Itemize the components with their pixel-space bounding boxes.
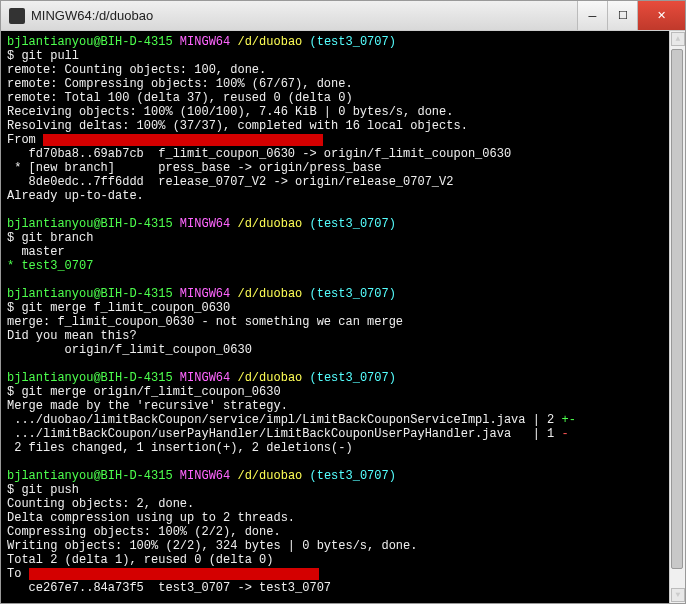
blank-line [7, 455, 679, 469]
output-line: Merge made by the 'recursive' strategy. [7, 399, 679, 413]
output-line: Did you mean this? [7, 329, 679, 343]
diff-line: .../duobao/limitBackCoupon/service/impl/… [7, 413, 679, 427]
output-line: remote: Total 100 (delta 37), reused 0 (… [7, 91, 679, 105]
prompt-line: bjlantianyou@BIH-D-4315 MINGW64 /d/duoba… [7, 35, 679, 49]
blank-line [7, 203, 679, 217]
blank-line [7, 273, 679, 287]
command-line: $ git merge f_limit_coupon_0630 [7, 301, 679, 315]
output-line: Resolving deltas: 100% (37/37), complete… [7, 119, 679, 133]
ref-line: 8de0edc..7ff6ddd release_0707_V2 -> orig… [7, 175, 679, 189]
prompt-line: bjlantianyou@BIH-D-4315 MINGW64 /d/duoba… [7, 287, 679, 301]
output-line: Writing objects: 100% (2/2), 324 bytes |… [7, 539, 679, 553]
ref-line: fd70ba8..69ab7cb f_limit_coupon_0630 -> … [7, 147, 679, 161]
minimize-button[interactable]: ─ [577, 1, 607, 30]
prompt-line: bjlantianyou@BIH-D-4315 MINGW64 /d/duoba… [7, 371, 679, 385]
output-line: remote: Counting objects: 100, done. [7, 63, 679, 77]
branch-line: master [7, 245, 679, 259]
output-line: Already up-to-date. [7, 189, 679, 203]
output-line: origin/f_limit_coupon_0630 [7, 343, 679, 357]
output-line: 2 files changed, 1 insertion(+), 2 delet… [7, 441, 679, 455]
command-line: $ git push [7, 483, 679, 497]
close-button[interactable]: ✕ [637, 1, 685, 30]
command-line: $ git branch [7, 231, 679, 245]
redacted-bar [43, 134, 323, 146]
blank-line [7, 357, 679, 371]
output-line: Counting objects: 2, done. [7, 497, 679, 511]
scroll-down-arrow[interactable]: ▼ [671, 588, 685, 602]
output-line-redacted: To [7, 567, 679, 581]
prompt-line: bjlantianyou@BIH-D-4315 MINGW64 /d/duoba… [7, 217, 679, 231]
output-line-redacted: From [7, 133, 679, 147]
scroll-up-arrow[interactable]: ▲ [671, 32, 685, 46]
redacted-bar [29, 568, 319, 580]
branch-current-line: * test3_0707 [7, 259, 679, 273]
blank-line [7, 595, 679, 603]
titlebar[interactable]: MINGW64:/d/duobao ─ ☐ ✕ [1, 1, 685, 31]
command-line: $ git merge origin/f_limit_coupon_0630 [7, 385, 679, 399]
scrollbar[interactable]: ▲ ▼ [669, 31, 685, 603]
maximize-button[interactable]: ☐ [607, 1, 637, 30]
output-line: Receiving objects: 100% (100/100), 7.46 … [7, 105, 679, 119]
diff-line: .../limitBackCoupon/userPayHandler/Limit… [7, 427, 679, 441]
output-line: merge: f_limit_coupon_0630 - not somethi… [7, 315, 679, 329]
output-line: remote: Compressing objects: 100% (67/67… [7, 77, 679, 91]
app-icon [9, 8, 25, 24]
output-line: Delta compression using up to 2 threads. [7, 511, 679, 525]
window-controls: ─ ☐ ✕ [577, 1, 685, 30]
window-title: MINGW64:/d/duobao [31, 8, 577, 23]
prompt-line: bjlantianyou@BIH-D-4315 MINGW64 /d/duoba… [7, 469, 679, 483]
scroll-thumb[interactable] [671, 49, 683, 569]
terminal-output[interactable]: bjlantianyou@BIH-D-4315 MINGW64 /d/duoba… [1, 31, 685, 603]
app-window: MINGW64:/d/duobao ─ ☐ ✕ bjlantianyou@BIH… [0, 0, 686, 604]
ref-line: * [new branch] press_base -> origin/pres… [7, 161, 679, 175]
output-line: Total 2 (delta 1), reused 0 (delta 0) [7, 553, 679, 567]
ref-line: ce267e7..84a73f5 test3_0707 -> test3_070… [7, 581, 679, 595]
output-line: Compressing objects: 100% (2/2), done. [7, 525, 679, 539]
command-line: $ git pull [7, 49, 679, 63]
